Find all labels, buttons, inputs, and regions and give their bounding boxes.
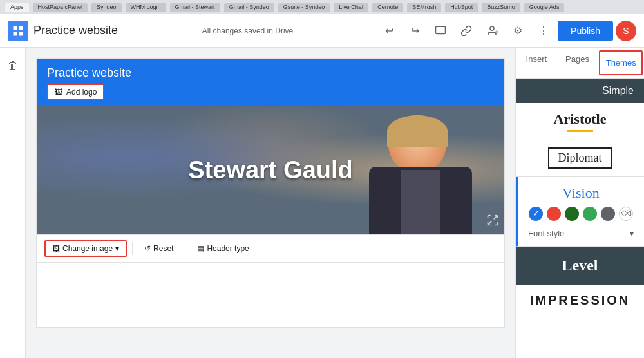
theme-aristotle-accent [567,130,593,132]
color-swatch-green[interactable] [583,207,597,221]
theme-item-diplomat[interactable]: Diplomat [516,140,644,177]
tab-gmail-stewart[interactable]: Gmail - Stewart [170,3,220,12]
header-type-button[interactable]: ▤ Header type [191,241,255,256]
action-divider-1 [132,242,133,255]
tab-buzzsumo[interactable]: BuzzSumo [482,3,520,12]
tab-hubspot[interactable]: HubSpot [445,3,478,12]
color-swatch-dark-green[interactable] [565,207,579,221]
svg-rect-2 [14,32,17,35]
svg-rect-1 [19,26,23,30]
page-content [37,263,504,327]
preview-button[interactable] [429,19,452,42]
expand-icon [486,214,499,229]
reset-label: Reset [153,244,173,253]
add-user-button[interactable] [480,19,504,42]
theme-item-aristotle[interactable]: Aristotle [516,103,644,140]
tab-themes[interactable]: Themes [599,50,643,75]
color-eraser[interactable]: ⌫ [619,207,633,221]
main-layout: 🗑 Practice website 🖼 Add logo [0,48,644,358]
tab-hostpapa[interactable]: HostPapa cPanel [33,3,88,12]
panel-tabs: Insert Pages Themes [516,48,644,79]
svg-rect-4 [436,26,446,33]
font-style-chevron[interactable]: ▾ [630,229,634,238]
tab-apps[interactable]: Apps [5,3,29,12]
tab-syndeo[interactable]: Syndeo [91,3,122,12]
add-logo-button[interactable]: 🖼 Add logo [47,84,104,100]
color-swatch-red[interactable] [547,207,561,221]
theme-item-level[interactable]: Level [516,247,644,285]
svg-line-7 [494,216,497,219]
themes-list: Simple Aristotle Diplomat Vision [516,79,644,358]
add-logo-icon: 🖼 [55,88,62,97]
tab-gmail-syndeo[interactable]: Gmail - Syndeo [224,3,274,12]
hero-heading: Stewart Gauld [188,156,353,184]
reset-button[interactable]: ↺ Reset [138,241,180,256]
font-style-label: Font style [528,229,564,238]
svg-rect-0 [14,26,17,30]
tab-pages[interactable]: Pages [557,48,598,78]
theme-aristotle-label: Aristotle [526,111,634,127]
site-header: Practice website 🖼 Add logo [37,59,504,106]
redo-button[interactable]: ↪ [403,19,426,42]
change-image-label: Change image [62,244,113,253]
font-style-row: Font style ▾ [518,226,644,246]
theme-item-vision[interactable]: Vision ⌫ Font style ▾ [516,177,644,247]
theme-level-label: Level [526,257,634,274]
color-swatch-dark-gray[interactable] [601,207,615,221]
add-logo-label: Add logo [66,88,97,97]
header-type-label: Header type [207,244,249,253]
page-title: Practice website [33,24,118,37]
more-button[interactable]: ⋮ [532,19,555,42]
canvas-area: Practice website 🖼 Add logo [26,48,515,358]
page-canvas: Practice website 🖼 Add logo [36,58,505,328]
publish-button[interactable]: Publish [558,21,613,41]
settings-button[interactable]: ⚙ [506,19,529,42]
color-swatch-blue[interactable] [529,207,543,221]
tab-livechat[interactable]: Live Chat [334,3,368,12]
tab-insert[interactable]: Insert [516,48,557,78]
change-image-button[interactable]: 🖼 Change image ▾ [44,240,127,257]
action-divider-2 [185,242,185,255]
hero-person-figure [363,109,478,234]
theme-diplomat-label: Diplomat [548,147,612,169]
change-image-arrow: ▾ [115,244,119,253]
left-sidebar: 🗑 [0,48,26,358]
auto-save-status: All changes saved in Drive [123,26,372,35]
theme-item-impression[interactable]: IMPRESSION [516,285,644,316]
link-button[interactable] [455,19,478,42]
app-icon [8,21,28,41]
theme-impression-label: IMPRESSION [526,293,634,308]
theme-item-simple[interactable]: Simple [516,79,644,103]
tab-google-ads[interactable]: Google Ads [524,3,565,12]
app-toolbar: Practice website All changes saved in Dr… [0,14,644,48]
theme-simple-label: Simple [602,85,634,96]
theme-vision-label: Vision [518,177,644,207]
hero-action-bar: 🖼 Change image ▾ ↺ Reset ▤ Header type [37,234,504,263]
toolbar-actions: ↩ ↪ ⚙ ⋮ Publish S [377,19,636,42]
change-image-icon: 🖼 [52,244,60,253]
reset-icon: ↺ [144,244,151,253]
undo-button[interactable]: ↩ [377,19,401,42]
tab-whm[interactable]: WHM Login [126,3,166,12]
site-header-title: Practice website [47,66,494,80]
header-type-icon: ▤ [197,244,204,253]
theme-vision-colors: ⌫ [518,207,644,226]
svg-rect-3 [19,32,23,35]
browser-bar: Apps HostPapa cPanel Syndeo WHM Login Gm… [0,0,644,14]
avatar[interactable]: S [616,21,636,41]
tab-cernote[interactable]: Cernote [372,3,403,12]
svg-point-5 [490,26,494,30]
sidebar-trash-icon[interactable]: 🗑 [3,55,23,76]
right-panel: Insert Pages Themes Simple Aristotle Dip… [515,48,644,358]
svg-line-6 [488,221,491,225]
hero-section: Stewart Gauld [37,106,504,234]
tab-semrush[interactable]: SEMrush [407,3,441,12]
tab-gsuite[interactable]: Gsuite - Syndeo [278,3,330,12]
